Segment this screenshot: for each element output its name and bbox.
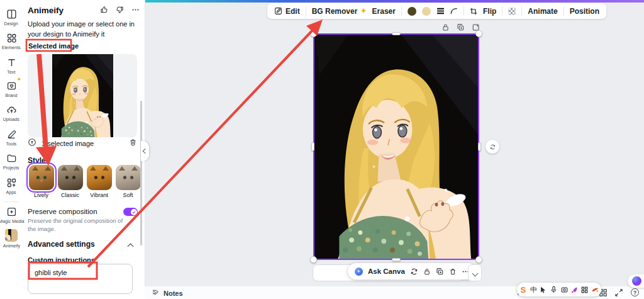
sidebar-item-tools[interactable]: Tools (0, 128, 23, 147)
style-thumbnail-classic (58, 165, 83, 190)
sidebar-item-label: Brand (5, 93, 17, 98)
flip-button[interactable]: Flip (483, 7, 496, 16)
resize-handle-bottom-left[interactable] (310, 256, 317, 263)
sidebar-item-label: Animeify (3, 243, 19, 249)
color-swatch-dark[interactable] (408, 7, 416, 16)
sidebar-item-label: Elements (2, 45, 21, 50)
selected-image-thumbnail[interactable] (28, 54, 137, 137)
animeify-panel: Animeify Upload your image or select one… (23, 0, 145, 299)
resize-handle-bottom-right[interactable] (475, 256, 482, 263)
help-button[interactable]: ? (631, 288, 639, 296)
panel-description: Upload your image or select one in your … (28, 20, 138, 40)
position-button[interactable]: Position (570, 7, 599, 16)
fullscreen-icon[interactable] (615, 289, 623, 296)
resize-handle-right[interactable] (478, 142, 481, 151)
panel-collapse-handle[interactable] (141, 141, 149, 161)
duplicate-icon[interactable] (436, 268, 444, 276)
preserve-composition-title: Preserve composition (28, 208, 97, 215)
upload-cloud-icon[interactable] (28, 138, 36, 149)
duplicate-icon[interactable] (457, 23, 465, 34)
resize-handle-top-left[interactable] (310, 30, 317, 37)
apps-grid-icon[interactable] (580, 285, 589, 294)
microphone-icon[interactable] (550, 285, 558, 294)
sidebar-item-projects[interactable]: Projects (0, 152, 23, 171)
sidebar-item-label: Design (4, 21, 18, 26)
panel-title: Animeify (28, 6, 64, 15)
edit-button[interactable]: Edit (274, 7, 300, 16)
elements-icon (6, 32, 17, 43)
toolbar-divider (401, 6, 402, 16)
projects-icon (6, 152, 17, 164)
color-swatch-cream[interactable] (422, 7, 431, 16)
panel-scrollbar[interactable] (140, 101, 142, 245)
transparency-icon[interactable] (508, 8, 516, 15)
notes-button[interactable]: Notes (152, 288, 183, 298)
more-options-icon[interactable] (131, 5, 140, 16)
lock-icon[interactable] (441, 23, 450, 34)
tools-icon (6, 128, 17, 140)
edit-label: Edit (286, 7, 300, 16)
delete-selected-icon[interactable] (129, 138, 137, 149)
canvas-action-bar: Ask Canva (313, 264, 464, 281)
custom-instructions-input[interactable]: ghibli style (28, 264, 133, 294)
style-heading: Style (28, 156, 46, 165)
sidebar-item-uploads[interactable]: Uploads (0, 104, 23, 122)
preserve-composition-toggle[interactable] (123, 208, 138, 216)
eraser-button[interactable]: Eraser (372, 7, 396, 16)
animate-button[interactable]: Animate (528, 7, 557, 16)
design-icon (6, 8, 17, 20)
lock-icon[interactable] (423, 268, 431, 276)
sidebar-item-text[interactable]: Text (0, 57, 23, 75)
bg-remover-label: BG Remover (312, 7, 358, 16)
extension-logo-icon[interactable]: S (519, 285, 527, 294)
translate-icon[interactable]: 中 (530, 285, 538, 294)
sidebar-item-brand[interactable]: ✦ Brand (0, 80, 23, 98)
resize-handle-bottom[interactable] (392, 258, 401, 261)
canvas-dropdown-button[interactable] (468, 264, 482, 281)
cursor-icon[interactable] (540, 285, 548, 294)
ask-canva-icon (355, 268, 363, 276)
toolbar-divider (306, 6, 306, 16)
position-label: Position (570, 7, 599, 16)
crop-icon[interactable] (470, 8, 477, 15)
sidebar-item-design[interactable]: Design (0, 8, 23, 26)
style-option-soft[interactable]: Soft (114, 165, 142, 198)
ask-canva-pill: Ask Canva (348, 263, 477, 279)
canva-editor: Design Elements Text ✦ Brand Uploads Too… (0, 0, 644, 299)
ask-canva-label[interactable]: Ask Canva (368, 268, 405, 275)
toggle-knob (131, 209, 137, 215)
style-option-lively[interactable]: Lively (28, 165, 55, 198)
chevron-up-icon[interactable] (128, 243, 133, 248)
sidebar-item-animeify[interactable]: Animeify (0, 229, 23, 249)
sidebar-item-magic-media[interactable]: Magic Media (0, 206, 23, 224)
curve-icon[interactable] (450, 8, 458, 14)
custom-instructions-label: Custom instructions (28, 256, 95, 264)
style-label: Soft (123, 192, 133, 198)
edit-image-icon (274, 7, 282, 15)
adjust-lines-icon[interactable] (436, 8, 445, 14)
ai-brush-icon[interactable] (570, 285, 579, 294)
sidebar-item-label: Magic Media (0, 218, 24, 224)
contextual-toolbar: Edit BG Remover ✦ Eraser Flip (267, 3, 606, 19)
resize-handle-top[interactable] (392, 32, 401, 35)
text-icon (6, 57, 17, 68)
screenshot-icon[interactable] (560, 285, 569, 294)
bg-remover-button[interactable]: BG Remover ✦ (312, 7, 367, 16)
style-option-vibrant[interactable]: Vibrant (86, 165, 113, 198)
thumbs-down-icon[interactable] (116, 5, 124, 16)
rotate-handle[interactable] (486, 140, 499, 154)
thumbs-up-icon[interactable] (100, 5, 108, 16)
toolbar-divider (521, 6, 522, 16)
delete-icon[interactable] (449, 268, 457, 276)
style-thumbnail-soft (116, 165, 141, 190)
swoosh-icon[interactable] (591, 285, 599, 294)
sidebar-item-apps[interactable]: Apps (0, 177, 23, 195)
sidebar-rail: Design Elements Text ✦ Brand Uploads Too… (0, 0, 23, 299)
resize-handle-top-right[interactable] (475, 30, 482, 37)
regenerate-icon[interactable] (410, 268, 418, 276)
assistant-pill[interactable] (628, 274, 644, 288)
sidebar-item-elements[interactable]: Elements (0, 32, 23, 50)
resize-handle-left[interactable] (311, 142, 314, 151)
selected-canvas-image[interactable] (313, 33, 479, 260)
style-option-classic[interactable]: Classic (57, 165, 84, 198)
